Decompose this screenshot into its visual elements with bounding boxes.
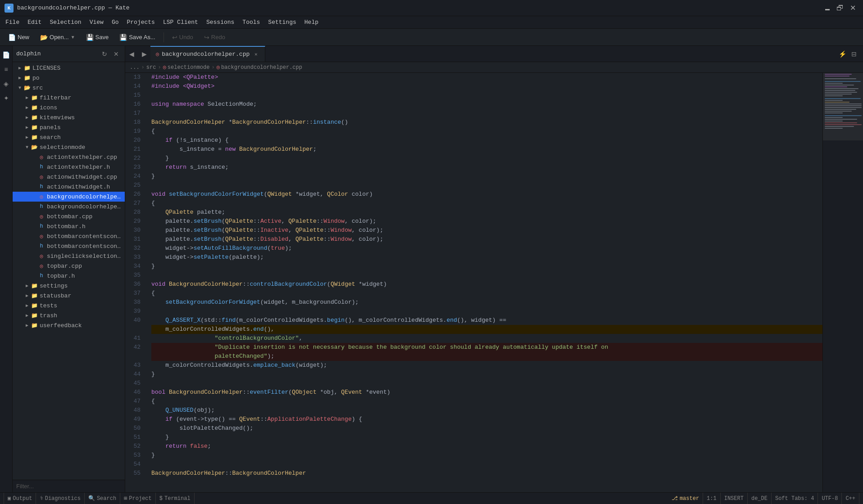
chevron-icon: ▶	[23, 292, 31, 299]
folder-icon: 📁	[31, 134, 38, 141]
svg-rect-0	[825, 74, 852, 75]
chevron-icon: ▶	[23, 302, 31, 309]
tab-next-button[interactable]: ▶	[138, 46, 150, 62]
menu-lsp[interactable]: LSP Client	[159, 18, 202, 27]
tree-item-bottombarcontents-h[interactable]: h bottombarcontentscont...	[13, 241, 125, 251]
code-line-53: }	[151, 451, 822, 460]
editor-tab-bgcolorhelper[interactable]: ◎ backgroundcolorhelper.cpp ✕	[150, 46, 265, 62]
folder-icon: 📁	[31, 282, 38, 289]
sidebar-icon-outline[interactable]: ≡	[1, 64, 12, 75]
tree-item-singleclick-cpp[interactable]: ◎ singleclickselectionproxy...	[13, 251, 125, 261]
menu-view[interactable]: View	[86, 18, 107, 27]
cpp-file-icon: ◎	[38, 233, 45, 240]
menu-settings[interactable]: Settings	[264, 18, 300, 27]
chevron-spacer	[31, 252, 38, 260]
tree-item-panels[interactable]: ▶ 📁 panels	[13, 122, 125, 132]
tree-item-licenses[interactable]: ▶ 📁 LICENSES	[13, 63, 125, 73]
status-terminal[interactable]: $ Terminal	[156, 493, 195, 504]
tree-item-bgcolorhelper-cpp[interactable]: ◎ backgroundcolorhelper.c...	[13, 192, 125, 202]
status-tabs[interactable]: Soft Tabs: 4	[772, 493, 818, 504]
undo-button[interactable]: ↩ Undo	[168, 31, 198, 44]
breadcrumb-ellipsis[interactable]: ...	[130, 64, 140, 71]
save-as-button[interactable]: 💾 Save As...	[115, 31, 160, 44]
tree-item-bottombarcontents-cpp[interactable]: ◎ bottombarcontentscont...	[13, 231, 125, 241]
redo-button[interactable]: ↪ Redo	[200, 31, 230, 44]
status-encoding[interactable]: UTF-8	[818, 493, 842, 504]
code-line-21: s_instance = new BackgroundColorHelper;	[151, 145, 822, 154]
file-tree-close[interactable]: ✕	[111, 49, 121, 59]
tab-close-button[interactable]: ✕	[252, 51, 259, 58]
sidebar-icon-files[interactable]: 📄	[1, 50, 12, 60]
status-locale[interactable]: de_DE	[748, 493, 772, 504]
status-diagnostics[interactable]: ⚕ Diagnostics	[36, 493, 84, 504]
status-output[interactable]: ▣ Output	[4, 493, 36, 504]
menu-selection[interactable]: Selection	[46, 18, 85, 27]
menu-help[interactable]: Help	[301, 18, 322, 27]
tree-item-topbar-cpp[interactable]: ◎ topbar.cpp	[13, 261, 125, 271]
code-line-16: using namespace SelectionMode;	[151, 100, 822, 109]
tree-item-tests[interactable]: ▶ 📁 tests	[13, 301, 125, 310]
status-search[interactable]: 🔍 Search	[85, 493, 120, 504]
file-tree-refresh[interactable]: ↻	[100, 49, 109, 59]
menu-tools[interactable]: Tools	[239, 18, 263, 27]
status-mode[interactable]: INSERT	[721, 493, 748, 504]
status-language[interactable]: C++	[842, 493, 859, 504]
menu-go[interactable]: Go	[108, 18, 123, 27]
sidebar-icon-search[interactable]: ✦	[1, 93, 12, 104]
tree-item-trash[interactable]: ▶ 📁 trash	[13, 310, 125, 320]
tree-item-userfeedback[interactable]: ▶ 📁 userfeedback	[13, 320, 125, 330]
status-git-branch[interactable]: ⎇ master	[668, 493, 703, 504]
tree-item-actiontexthelper-cpp[interactable]: ◎ actiontexthelper.cpp	[13, 152, 125, 162]
tree-item-bottombar-cpp[interactable]: ◎ bottombar.cpp	[13, 212, 125, 221]
tree-item-kitemviews[interactable]: ▶ 📁 kitemviews	[13, 112, 125, 122]
code-line-22: }	[151, 154, 822, 163]
tree-item-bottombar-h[interactable]: h bottombar.h	[13, 221, 125, 231]
tree-item-selectionmode[interactable]: ▼ 📂 selectionmode	[13, 142, 125, 152]
new-button[interactable]: 📄 New	[4, 31, 34, 44]
svg-rect-9	[825, 92, 857, 93]
filter-input[interactable]	[13, 480, 125, 492]
tree-item-topbar-h[interactable]: h topbar.h	[13, 271, 125, 281]
code-line-23: return s_instance;	[151, 163, 822, 172]
tree-item-filterbar[interactable]: ▶ 📁 filterbar	[13, 93, 125, 103]
save-button[interactable]: 💾 Save	[82, 31, 114, 44]
code-line-32: widget->setAutoFillBackground(true);	[151, 244, 822, 253]
tree-item-bgcolorhelper-h[interactable]: h backgroundcolorhelper.h	[13, 202, 125, 212]
folder-icon: 📁	[23, 74, 31, 81]
h-file-icon: h	[38, 272, 45, 279]
breadcrumb-file[interactable]: ◎backgroundcolorhelper.cpp	[217, 64, 302, 71]
tree-item-actiontexthelper-h[interactable]: h actiontexthelper.h	[13, 162, 125, 172]
maximize-button[interactable]: 🗗	[834, 2, 846, 14]
menu-sessions[interactable]: Sessions	[203, 18, 238, 27]
tree-item-statusbar[interactable]: ▶ 📁 statusbar	[13, 291, 125, 301]
tree-item-actionwithwidget-h[interactable]: h actionwithwidget.h	[13, 182, 125, 192]
tree-item-src[interactable]: ▼ 📂 src	[13, 83, 125, 93]
sidebar-icon-git[interactable]: ◈	[1, 78, 12, 89]
chevron-icon: ▶	[23, 134, 31, 141]
close-button[interactable]: ✕	[847, 2, 858, 14]
diagnostics-icon: ⚕	[40, 495, 43, 502]
menu-file[interactable]: File	[2, 18, 23, 27]
status-cursor[interactable]: 1:1	[703, 493, 721, 504]
tab-prev-button[interactable]: ◀	[125, 46, 138, 62]
breadcrumb-selectionmode[interactable]: ◎selectionmode	[163, 64, 210, 71]
folder-open-icon: 📂	[31, 144, 38, 151]
redo-label: Redo	[211, 34, 225, 40]
lightning-button[interactable]: ⚡	[837, 49, 848, 59]
code-content[interactable]: #include <QPalette> #include <QWidget> u…	[148, 73, 822, 492]
panel-toggle-button[interactable]: ⊟	[849, 49, 859, 59]
svg-rect-12	[825, 98, 861, 99]
menu-edit[interactable]: Edit	[24, 18, 45, 27]
tree-item-actionwithwidget-cpp[interactable]: ◎ actionwithwidget.cpp	[13, 172, 125, 182]
minimize-button[interactable]: 🗕	[822, 2, 833, 14]
breadcrumb-src[interactable]: src	[146, 64, 156, 71]
menu-projects[interactable]: Projects	[123, 18, 158, 27]
file-tree-filter[interactable]	[13, 480, 125, 492]
tree-item-settings[interactable]: ▶ 📁 settings	[13, 281, 125, 291]
open-button[interactable]: 📂 Open... ▼	[36, 31, 80, 44]
tree-item-icons[interactable]: ▶ 📁 icons	[13, 103, 125, 112]
tree-item-search[interactable]: ▶ 📁 search	[13, 132, 125, 142]
status-project[interactable]: ⊞ Project	[120, 493, 156, 504]
svg-rect-1	[825, 76, 849, 76]
tree-item-po[interactable]: ▶ 📁 po	[13, 73, 125, 83]
